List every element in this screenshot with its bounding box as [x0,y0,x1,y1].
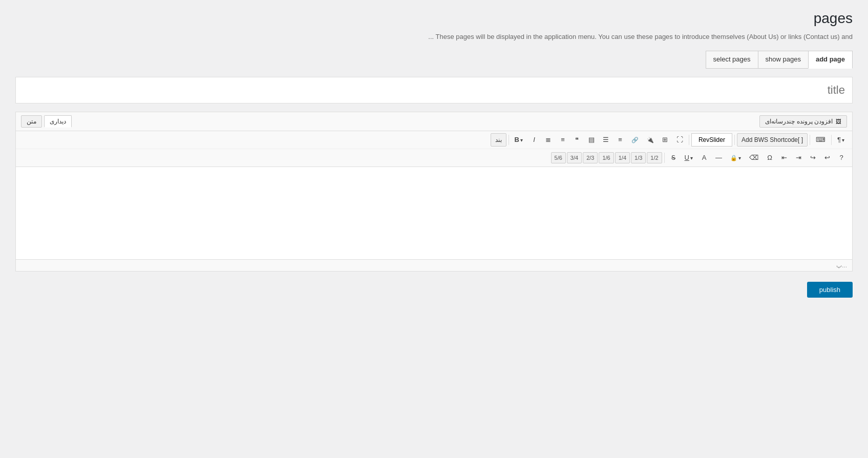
page-description: ... These pages will be displayed in the… [428,33,853,40]
strikethrough-icon [671,154,675,161]
fraction-3-4-button[interactable]: 3/4 [567,152,582,163]
lock-icon [730,154,737,161]
table-button[interactable] [659,133,672,147]
underline-color-icon [685,154,689,161]
underline-dropdown-arrow [690,154,693,161]
keyboard-icon: ⌨ [816,136,825,143]
text-color-button[interactable]: A [697,151,711,164]
indent-icon [796,154,801,161]
editor-content-area[interactable] [16,167,852,259]
bold-dropdown-button[interactable] [511,133,526,147]
add-page-tab[interactable]: add page [808,51,853,69]
toolbar-line-2: 5/6 3/4 2/3 1/6 1/4 1/3 1/2 [16,149,852,166]
outdent-icon [781,154,787,161]
toolbar-line-1: بند [16,131,852,149]
dash-icon [715,154,722,161]
fraction-2-3-button[interactable]: 2/3 [583,152,598,163]
paragraph-button[interactable] [834,133,848,147]
editor-footer-text: پ... [836,262,847,269]
publish-row: publish [15,282,853,298]
select-pages-tab[interactable]: select pages [706,51,758,69]
add-bws-shortcode-button[interactable]: Add BWS Shortcode[ ] [737,133,808,147]
help-button[interactable] [835,151,848,164]
underline-color-button[interactable] [681,151,696,164]
separator-4 [810,135,810,145]
omega-icon [767,154,772,161]
close-editor-button[interactable]: بند [491,133,506,147]
show-pages-tab[interactable]: show pages [758,51,808,69]
tab-text[interactable]: متن [21,115,42,128]
ordered-list-button[interactable] [542,133,555,147]
link-button[interactable] [628,133,642,147]
title-input-wrapper [15,77,853,103]
fraction-buttons: 5/6 3/4 2/3 1/6 1/4 1/3 1/2 [551,152,662,163]
paragraph-dropdown-arrow [842,136,844,143]
fraction-1-2-button[interactable]: 1/2 [647,152,662,163]
editor-tabs-left: متن دیداری [21,115,72,128]
strikethrough-button[interactable] [667,151,680,164]
editor-footer: پ... [16,259,852,271]
separator-2 [689,135,689,145]
blockquote-icon [575,136,579,143]
link-icon [631,136,639,143]
text-color-icon: A [702,154,707,161]
dropdown-arrow-1 [520,136,523,143]
clear-format-button[interactable] [746,151,762,164]
separator-1 [509,135,509,145]
indent-button[interactable] [792,151,805,164]
redo-button[interactable] [806,151,819,164]
lock-button[interactable] [727,151,745,164]
fraction-1-4-button[interactable]: 1/4 [615,152,630,163]
bold-icon [515,136,519,143]
editor-tabs-row: متن دیداری افزودن پرونده چندرسانه‌ای [16,112,852,131]
align-right-icon [588,136,595,143]
plugin-icon [647,136,654,143]
outdent-button[interactable] [777,151,791,164]
omega-button[interactable] [763,151,776,164]
unordered-list-button[interactable] [556,133,569,147]
italic-icon [533,136,535,143]
title-input[interactable] [16,77,852,103]
paragraph-icon [837,136,841,143]
undo-icon [824,154,830,161]
media-icon [836,118,841,125]
ol-icon [545,136,551,143]
plugin-button[interactable] [643,133,658,147]
page-title: pages [15,10,853,27]
dash-button[interactable] [712,151,726,164]
redo-icon [810,154,816,161]
tab-visual[interactable]: دیداری [44,115,72,128]
tab-buttons-row: select pages show pages add page [15,51,853,69]
fraction-1-6-button[interactable]: 1/6 [599,152,613,163]
ul-icon [561,136,565,143]
align-right-button[interactable] [585,133,598,147]
help-icon [839,154,843,161]
editor-wrapper: متن دیداری افزودن پرونده چندرسانه‌ای بند [15,112,853,272]
publish-button[interactable]: publish [807,282,853,298]
add-media-button[interactable]: افزودن پرونده چندرسانه‌ای [759,115,847,128]
align-left-icon [618,136,622,143]
separator-3 [734,135,735,145]
lock-dropdown-arrow [738,154,741,161]
toolbar-row: بند [16,131,852,167]
align-center-button[interactable] [599,133,612,147]
table-icon [662,136,668,143]
separator-6 [664,153,665,163]
fullscreen-icon [676,136,683,143]
align-center-icon [603,136,609,143]
fraction-1-3-button[interactable]: 1/3 [631,152,646,163]
undo-button[interactable] [820,151,834,164]
align-left-button[interactable] [613,133,627,147]
add-media-label: افزودن پرونده چندرسانه‌ای [765,118,833,125]
blockquote-button[interactable] [570,133,584,147]
revslider-input[interactable] [691,133,732,147]
separator-5 [831,135,832,145]
fullscreen-button[interactable] [673,133,687,147]
clear-format-icon [749,154,758,161]
keyboard-icon-button[interactable]: ⌨ [812,133,829,147]
italic-button[interactable] [527,133,541,147]
fraction-5-6-button[interactable]: 5/6 [551,152,566,163]
